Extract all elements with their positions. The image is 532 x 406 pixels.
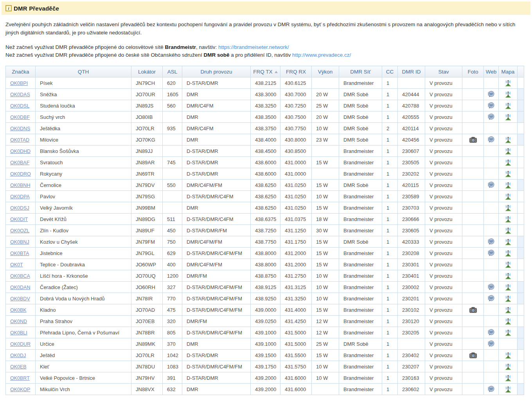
col-header-druh[interactable]: Druh provozu xyxy=(182,66,251,77)
globe-icon[interactable] xyxy=(488,284,495,291)
callsign-link[interactable]: OK0DIT xyxy=(10,217,28,222)
callsign-link[interactable]: OK0DHD xyxy=(10,149,31,154)
callsign-link[interactable]: OK0BPI xyxy=(10,81,28,86)
callsign-link[interactable]: OK0OZL xyxy=(10,228,29,234)
col-header-asl[interactable]: ASL xyxy=(163,66,182,77)
map-antenna-icon[interactable] xyxy=(505,261,511,268)
callsign-link[interactable]: OK0BCA xyxy=(10,273,30,279)
frq-rx-cell: 430.7000 xyxy=(280,89,312,100)
asl-cell xyxy=(163,191,182,202)
globe-icon[interactable] xyxy=(488,91,495,98)
callsign-link[interactable]: OK0ND xyxy=(10,319,27,324)
col-header-frq-tx[interactable]: FRQ TX xyxy=(251,66,280,77)
prevadece-link[interactable]: http://www.prevadece.cz/ xyxy=(292,52,351,58)
mapa-cell xyxy=(499,293,518,304)
globe-icon[interactable] xyxy=(488,340,495,347)
col-header-dmr-id[interactable]: DMR ID xyxy=(398,66,425,77)
callsign-link[interactable]: OK0DNS xyxy=(10,126,30,131)
web-cell xyxy=(484,77,499,89)
globe-icon[interactable] xyxy=(488,295,495,302)
map-antenna-icon[interactable] xyxy=(505,159,511,166)
callsign-link[interactable]: OK0DRO xyxy=(10,171,31,177)
map-antenna-icon[interactable] xyxy=(505,102,511,109)
callsign-link[interactable]: OK0DAS xyxy=(10,92,30,97)
globe-icon[interactable] xyxy=(488,136,495,143)
globe-icon[interactable] xyxy=(488,386,495,393)
map-antenna-icon[interactable] xyxy=(505,182,511,189)
callsign-link[interactable]: OK0TAD xyxy=(10,137,29,143)
map-antenna-icon[interactable] xyxy=(505,386,511,393)
map-antenna-icon[interactable] xyxy=(505,307,511,313)
callsign-link[interactable]: OK0DPA xyxy=(10,194,30,199)
map-antenna-icon[interactable] xyxy=(505,193,511,200)
col-header-stav[interactable]: Stav xyxy=(425,66,462,77)
map-antenna-icon[interactable] xyxy=(505,171,511,177)
cc-cell: 1 xyxy=(382,168,398,180)
callsign-link[interactable]: OK0BNJ xyxy=(10,239,29,245)
frq-tx-cell: 438.8000 xyxy=(251,248,280,259)
callsign-link[interactable]: OK0BAF xyxy=(10,160,29,165)
map-antenna-icon[interactable] xyxy=(505,227,511,234)
camera-icon[interactable] xyxy=(469,137,477,143)
map-antenna-icon[interactable] xyxy=(505,205,511,211)
map-antenna-icon[interactable] xyxy=(505,318,511,325)
callsign-link[interactable]: OK0BTA xyxy=(10,251,29,256)
callsign-link[interactable]: OK0T xyxy=(10,262,23,268)
camera-icon[interactable] xyxy=(469,352,477,358)
map-antenna-icon[interactable] xyxy=(505,137,511,143)
map-antenna-icon[interactable] xyxy=(505,216,511,223)
callsign-link[interactable]: OK0DAN xyxy=(10,285,30,290)
callsign-link[interactable]: OK0KOP xyxy=(10,387,30,392)
col-header-web[interactable]: Web xyxy=(484,66,499,77)
callsign-link[interactable]: OK0DJ xyxy=(10,353,26,358)
map-antenna-icon[interactable] xyxy=(505,295,511,302)
map-antenna-icon[interactable] xyxy=(505,114,511,120)
callsign-link[interactable]: OK0BDV xyxy=(10,296,30,302)
callsign-link[interactable]: OK0DSJ xyxy=(10,205,29,211)
network-cell: DMR Sobě xyxy=(339,111,382,123)
map-antenna-icon[interactable] xyxy=(505,375,511,381)
map-antenna-icon[interactable] xyxy=(505,148,511,154)
col-header-cc[interactable]: CC xyxy=(382,66,398,77)
callsign-link[interactable]: OK0EB xyxy=(10,364,27,370)
globe-icon[interactable] xyxy=(488,102,495,109)
col-header-qth[interactable]: QTH xyxy=(36,66,131,77)
mode-cell: DMR/FM xyxy=(182,316,251,327)
col-header-foto[interactable]: Foto xyxy=(462,66,484,77)
map-antenna-icon[interactable] xyxy=(505,284,511,291)
frq-tx-cell: 438.3500 xyxy=(251,111,280,123)
camera-icon[interactable] xyxy=(469,307,477,313)
map-antenna-icon[interactable] xyxy=(505,363,511,370)
globe-icon[interactable] xyxy=(488,329,495,336)
callsign-link[interactable]: OK0DUR xyxy=(10,341,31,347)
globe-icon[interactable] xyxy=(488,250,495,257)
mode-cell: D-STAR/DMR/C4FM/FM xyxy=(182,361,251,372)
mode-cell: DMR xyxy=(182,89,251,100)
col-header-sit[interactable]: DMR Síť xyxy=(339,66,382,77)
callsign-link[interactable]: OK0BRT xyxy=(10,375,30,381)
callsign-link[interactable]: OK0BNH xyxy=(10,183,30,188)
asl-cell: 560 xyxy=(163,100,182,111)
map-antenna-icon[interactable] xyxy=(505,239,511,245)
globe-icon[interactable] xyxy=(488,113,495,120)
dmr-id-cell: 230202 xyxy=(398,168,425,180)
brandmeister-link[interactable]: https://brandmeiseter.network/ xyxy=(218,44,289,50)
col-header-frq-rx[interactable]: FRQ RX xyxy=(280,66,312,77)
map-antenna-icon[interactable] xyxy=(505,352,511,359)
callsign-link[interactable]: OK0BLI xyxy=(10,330,27,336)
callsign-link[interactable]: OK0DBF xyxy=(10,115,30,120)
map-antenna-icon[interactable] xyxy=(505,273,511,279)
globe-icon[interactable] xyxy=(488,181,495,189)
callsign-link[interactable]: OK0BK xyxy=(10,307,27,313)
map-antenna-icon[interactable] xyxy=(505,250,511,257)
col-header-lokator[interactable]: Lokátor xyxy=(131,66,163,77)
col-header-znacka[interactable]: Značka xyxy=(6,66,36,77)
col-header-mapa[interactable]: Mapa xyxy=(499,66,518,77)
globe-icon[interactable] xyxy=(488,238,495,245)
map-antenna-icon[interactable] xyxy=(505,329,511,336)
map-antenna-icon[interactable] xyxy=(505,80,511,86)
map-antenna-icon[interactable] xyxy=(505,91,511,98)
col-header-vykon[interactable]: Výkon xyxy=(312,66,339,77)
callsign-link[interactable]: OK0DSL xyxy=(10,103,29,109)
qth-cell: Jistebnice xyxy=(36,248,131,259)
